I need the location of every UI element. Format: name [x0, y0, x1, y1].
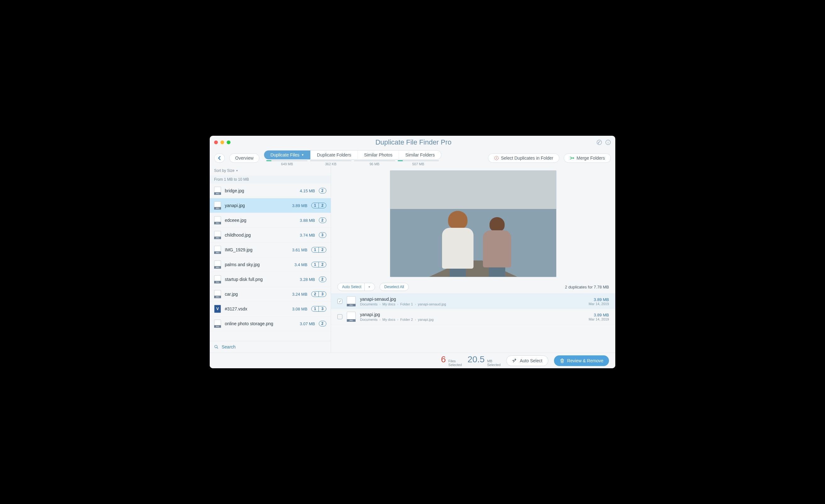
- duplicate-count-badge: 2: [319, 218, 326, 223]
- chevron-down-icon: ▼: [301, 153, 304, 157]
- file-row[interactable]: car.jpg3.24 MB23: [210, 287, 331, 302]
- image-preview: [331, 166, 615, 281]
- auto-select-dropdown[interactable]: Auto Select▼: [338, 283, 375, 291]
- duplicate-count-badge: 12: [311, 262, 326, 267]
- duplicate-count-badge: 2: [319, 276, 326, 282]
- file-row[interactable]: childhood.jpg3.74 MB3: [210, 228, 331, 243]
- duplicate-size: 3.89 MB: [589, 297, 609, 302]
- file-type-icon: [214, 187, 221, 195]
- file-size: 3.08 MB: [292, 307, 307, 311]
- file-row[interactable]: edceee.jpg3.88 MB2: [210, 213, 331, 228]
- deselect-all-button[interactable]: Deselect All: [379, 283, 409, 291]
- duplicate-name: yanapi.jpg: [360, 312, 434, 317]
- tab-similar-photos[interactable]: Similar Photos: [358, 151, 399, 159]
- preview-image: [390, 170, 556, 277]
- duplicate-size: 3.89 MB: [589, 313, 609, 317]
- svg-point-6: [496, 158, 497, 159]
- merge-folders-button[interactable]: Merge Folders: [564, 153, 611, 163]
- file-row[interactable]: yanapi.jpg3.89 MB12: [210, 198, 331, 213]
- file-name: edceee.jpg: [225, 218, 296, 223]
- sort-dropdown[interactable]: Sort by Size▼: [210, 166, 331, 175]
- chevron-down-icon: ▼: [236, 169, 238, 172]
- tab-size-duplicate-folders: 362 KB: [309, 160, 353, 166]
- file-name: #3127.vsdx: [225, 306, 288, 311]
- duplicate-count-badge: 23: [311, 291, 326, 297]
- tab-similar-folders[interactable]: Similar Folders: [399, 151, 441, 159]
- file-name: yanapi.jpg: [225, 203, 288, 208]
- wand-icon: [512, 358, 517, 363]
- overview-button[interactable]: Overview: [229, 153, 259, 163]
- duplicate-count-badge: 13: [311, 306, 326, 312]
- file-size: 3.89 MB: [292, 203, 307, 208]
- duplicate-count-badge: 2: [319, 188, 326, 193]
- duplicate-date: Mar 14, 2019: [589, 302, 609, 306]
- search-icon: [214, 345, 219, 349]
- minimize-window-button[interactable]: [220, 141, 224, 144]
- file-size: 3.61 MB: [292, 248, 307, 252]
- info-icon[interactable]: [605, 140, 611, 145]
- target-icon: [494, 156, 499, 161]
- file-type-icon: [214, 320, 221, 328]
- file-name: online photo storage.png: [225, 321, 296, 326]
- duplicate-date: Mar 14, 2019: [589, 317, 609, 321]
- footer: 6 FilesSelected 20.5 MBSelected Auto Sel…: [210, 352, 615, 368]
- svg-point-7: [215, 345, 217, 348]
- file-type-icon: V: [214, 305, 221, 313]
- tab-duplicate-folders[interactable]: Duplicate Folders: [311, 151, 358, 159]
- file-row[interactable]: online photo storage.png3.07 MB2: [210, 316, 331, 331]
- zoom-window-button[interactable]: [227, 141, 230, 144]
- file-name: IMG_1929.jpg: [225, 247, 288, 252]
- file-type-icon: [214, 260, 221, 269]
- file-type-icon: [214, 246, 221, 254]
- file-row[interactable]: IMG_1929.jpg3.61 MB12: [210, 243, 331, 257]
- file-name: bridge.jpg: [225, 188, 296, 193]
- file-row[interactable]: startup disk full.png3.28 MB2: [210, 272, 331, 287]
- rss-icon[interactable]: [596, 140, 602, 145]
- files-selected-stat: 6 FilesSelected: [441, 354, 462, 367]
- duplicate-checkbox[interactable]: [338, 314, 343, 319]
- duplicates-summary: 2 duplicates for 7.78 MB: [565, 285, 609, 289]
- svg-line-8: [217, 347, 218, 349]
- duplicate-row[interactable]: ✓yanapi-senaud.jpgDocuments›My docs›Fold…: [331, 294, 615, 309]
- file-row[interactable]: palms and sky.jpg3.4 MB12: [210, 257, 331, 272]
- file-type-icon: [347, 312, 356, 322]
- duplicate-path: Documents›My docs›Folder 2›yanapi.jpg: [360, 318, 434, 321]
- select-duplicates-in-folder-button[interactable]: Select Duplicates in Folder: [488, 153, 559, 163]
- close-window-button[interactable]: [214, 141, 218, 144]
- duplicate-count-badge: 3: [319, 232, 326, 238]
- file-size: 3.07 MB: [300, 321, 315, 326]
- file-name: palms and sky.jpg: [225, 262, 291, 267]
- trash-icon: [559, 358, 565, 363]
- merge-icon: [570, 156, 575, 160]
- file-type-icon: [214, 290, 221, 298]
- back-button[interactable]: [214, 153, 225, 163]
- search-input[interactable]: Search: [210, 341, 331, 352]
- duplicate-row[interactable]: yanapi.jpgDocuments›My docs›Folder 2›yan…: [331, 309, 615, 325]
- file-name: car.jpg: [225, 291, 288, 297]
- file-type-icon: [214, 216, 221, 224]
- app-title: Duplicate File Finder Pro: [230, 138, 596, 147]
- file-row[interactable]: V#3127.vsdx3.08 MB13: [210, 302, 331, 316]
- file-row[interactable]: bridge.jpg4.15 MB2: [210, 183, 331, 198]
- duplicate-toolbar: Auto Select▼ Deselect All 2 duplicates f…: [331, 281, 615, 293]
- tab-duplicate-files[interactable]: Duplicate Files▼: [264, 151, 311, 159]
- svg-point-4: [608, 141, 608, 142]
- file-name: startup disk full.png: [225, 277, 296, 282]
- duplicate-checkbox[interactable]: ✓: [338, 299, 343, 304]
- app-window: Duplicate File Finder Pro Overview Dupli…: [210, 136, 615, 368]
- duplicate-count-badge: 12: [311, 203, 326, 208]
- svg-point-1: [598, 143, 599, 144]
- file-type-icon: [214, 231, 221, 239]
- tab-size-similar-photos: 96 MB: [353, 160, 396, 166]
- category-tabs: Duplicate Files▼ Duplicate Folders Simil…: [264, 150, 441, 160]
- file-size: 3.24 MB: [292, 292, 307, 297]
- sidebar: Sort by Size▼ From 1 MB to 10 MB bridge.…: [210, 166, 331, 352]
- file-size: 3.28 MB: [300, 277, 315, 282]
- tab-size-similar-folders: 507 MB: [396, 160, 440, 166]
- titlebar: Duplicate File Finder Pro: [210, 136, 615, 149]
- file-type-icon: [347, 296, 356, 306]
- auto-select-button[interactable]: Auto Select: [506, 355, 548, 366]
- review-remove-button[interactable]: Review & Remove: [554, 355, 609, 366]
- detail-pane: Auto Select▼ Deselect All 2 duplicates f…: [331, 166, 615, 352]
- toolbar: Overview Duplicate Files▼ Duplicate Fold…: [210, 149, 615, 166]
